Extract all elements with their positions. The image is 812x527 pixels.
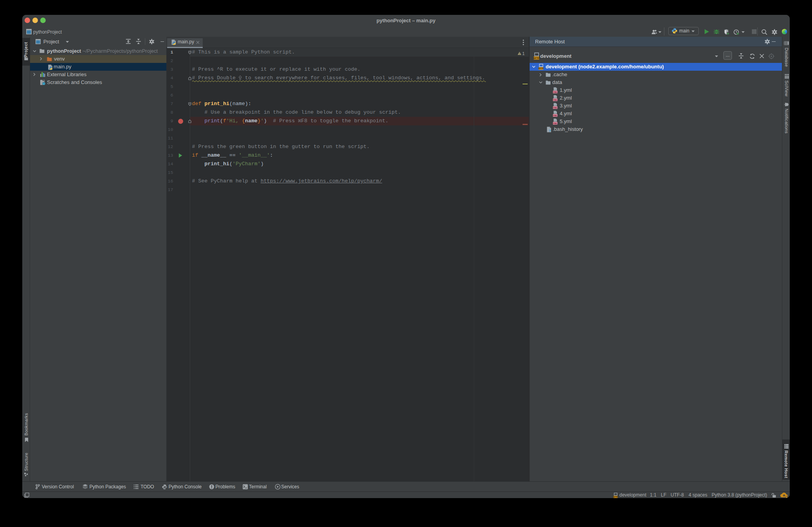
svg-text:YML: YML — [553, 98, 558, 101]
svg-text:YML: YML — [553, 114, 558, 116]
svg-text:YML: YML — [553, 91, 558, 93]
svg-text:SFTP: SFTP — [534, 57, 539, 59]
svg-text:SFTP: SFTP — [538, 67, 544, 70]
svg-text:YML: YML — [553, 122, 558, 124]
svg-text:YML: YML — [553, 106, 558, 109]
svg-text:SFTP: SFTP — [613, 496, 618, 498]
svg-text:?: ? — [548, 129, 551, 132]
